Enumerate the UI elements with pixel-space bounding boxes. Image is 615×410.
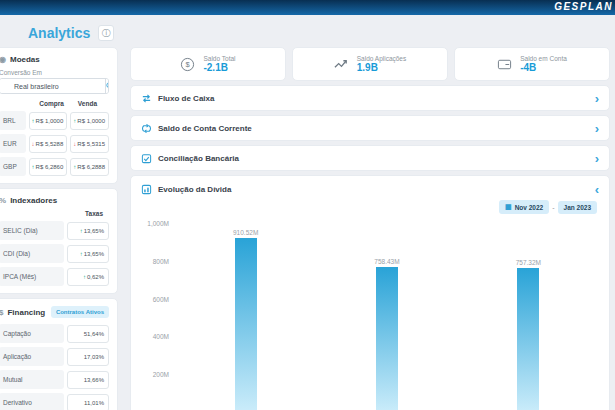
financing-label: Aplicação xyxy=(0,347,64,366)
table-row: GBP R$ 6,2860 R$ 6,2888 xyxy=(0,157,109,176)
dollar-circle-icon: $ xyxy=(180,57,195,72)
currency-code: EUR xyxy=(0,134,26,153)
currency-code: BRL xyxy=(0,111,26,130)
chevron-right-icon[interactable]: › xyxy=(595,152,599,165)
trend-arrow-icon xyxy=(80,251,83,257)
main-content: $ Saldo Total -2.1B Saldo Aplicações 1.9… xyxy=(130,47,610,410)
coin-icon: ◉ xyxy=(0,55,6,64)
trend-arrow-icon xyxy=(32,141,35,147)
card-value: 1.9B xyxy=(357,62,407,73)
table-row: SELIC (Dia) 13,65% xyxy=(0,221,109,240)
trend-arrow-icon xyxy=(73,141,76,147)
currency-table-header: Compra Venda xyxy=(0,100,97,107)
moedas-panel: ◉ Moedas Conversão Em Compra Venda BRL R… xyxy=(0,47,118,184)
financing-panel: $ Financing Contratos Ativos Captação 51… xyxy=(0,298,118,410)
financing-value: 13,66% xyxy=(67,371,109,389)
compra-value: R$ 1,0000 xyxy=(29,112,68,130)
card-label: Saldo Aplicações xyxy=(357,55,407,62)
table-row: Aplicação 17,03% xyxy=(0,347,109,366)
table-row: BRL R$ 1,0000 R$ 1,0000 xyxy=(0,111,109,130)
y-tick: 200M xyxy=(153,371,169,378)
index-value: 13,65% xyxy=(67,222,109,240)
conversion-input[interactable] xyxy=(0,79,105,93)
bar-nov-2022[interactable] xyxy=(235,238,257,410)
table-row: IPCA (Mês) 0,62% xyxy=(0,267,109,286)
trend-arrow-icon xyxy=(32,164,35,170)
trend-arrow-icon xyxy=(73,118,76,124)
bar-group-jan-2023: 757.32M JAN2023 xyxy=(498,220,558,410)
bar-jan-2023[interactable] xyxy=(517,268,539,410)
wallet-icon xyxy=(497,57,512,72)
card-label: Saldo em Conta xyxy=(520,55,567,62)
cash-flow-icon xyxy=(141,93,152,104)
bar-group-nov-2022: 910.52M NOV2022 xyxy=(216,220,276,410)
accordion-evolucao-da-divida[interactable]: Evolução da Dívida ‹ xyxy=(141,183,599,196)
financing-header: $ Financing xyxy=(0,308,45,317)
saldo-aplicacoes-card: Saldo Aplicações 1.9B xyxy=(292,47,448,81)
conversion-label: Conversão Em xyxy=(0,69,109,76)
y-tick: 1,000M xyxy=(147,220,169,227)
date-range-separator: - xyxy=(552,204,554,211)
col-taxas: Taxas xyxy=(0,210,103,217)
indexadores-header: % Indexadores xyxy=(0,196,109,205)
percent-icon: % xyxy=(0,196,6,205)
table-row: Derivativo 11,01% xyxy=(0,393,109,410)
plot-area: 910.52M NOV2022 758.43M DEZ2022 757.32M xyxy=(175,220,599,410)
card-value: -2.1B xyxy=(203,62,235,73)
end-date-button[interactable]: Jan 2023 xyxy=(558,201,597,214)
trend-arrow-icon xyxy=(73,164,76,170)
y-axis: 1,000M 800M 600M 400M 200M 0 xyxy=(141,220,175,410)
trend-arrow-icon xyxy=(32,118,35,124)
table-row: Mutual 13,66% xyxy=(0,370,109,389)
page-title: Analytics xyxy=(28,25,90,41)
financing-label: Mutual xyxy=(0,370,64,389)
index-value: 13,65% xyxy=(67,245,109,263)
sidebar: ◉ Moedas Conversão Em Compra Venda BRL R… xyxy=(0,47,118,410)
financing-value: 11,01% xyxy=(67,394,109,410)
bar-value-label: 910.52M xyxy=(233,229,258,236)
col-venda: Venda xyxy=(78,100,97,107)
financing-value: 17,03% xyxy=(67,348,109,366)
table-row: Captação 51,64% xyxy=(0,324,109,343)
search-icon[interactable] xyxy=(105,79,109,93)
bar-dez-2022[interactable] xyxy=(376,267,398,410)
start-date-button[interactable]: ▦ Nov 2022 xyxy=(499,200,549,214)
debt-evolution-chart: 1,000M 800M 600M 400M 200M 0 910.52M NOV… xyxy=(141,220,599,410)
accordion-fluxo-de-caixa[interactable]: Fluxo de Caixa › xyxy=(130,85,610,111)
index-label: CDI (Dia) xyxy=(0,244,64,263)
accordion-conciliacao-bancaria[interactable]: Conciliação Bancária › xyxy=(130,145,610,171)
dollar-icon: $ xyxy=(0,308,3,317)
indexadores-title: Indexadores xyxy=(10,196,57,205)
currency-code: GBP xyxy=(0,157,26,176)
accordion-saldo-conta-corrente[interactable]: Saldo de Conta Corrente › xyxy=(130,115,610,141)
index-label: IPCA (Mês) xyxy=(0,267,64,286)
compra-value: R$ 5,5288 xyxy=(29,135,68,153)
top-navbar: GESPLAN xyxy=(0,0,615,15)
card-value: -4B xyxy=(520,62,567,73)
index-label: SELIC (Dia) xyxy=(0,221,64,240)
sync-icon xyxy=(141,123,152,134)
saldo-em-conta-card: Saldo em Conta -4B xyxy=(454,47,610,81)
accordion-label: Conciliação Bancária xyxy=(158,154,589,163)
accordion-label: Saldo de Conta Corrente xyxy=(158,124,589,133)
chevron-right-icon[interactable]: › xyxy=(595,122,599,135)
col-compra: Compra xyxy=(39,100,64,107)
title-row: Analytics ⓘ xyxy=(0,15,615,47)
venda-value: R$ 5,5315 xyxy=(70,135,109,153)
info-icon[interactable]: ⓘ xyxy=(98,25,114,41)
debt-chart-icon xyxy=(141,184,152,195)
chevron-left-icon[interactable]: ‹ xyxy=(595,183,599,196)
date-range-filter: ▦ Nov 2022 - Jan 2023 xyxy=(141,200,597,214)
trend-arrow-icon xyxy=(83,274,86,280)
moedas-header: ◉ Moedas xyxy=(0,55,109,64)
accordion-label: Evolução da Dívida xyxy=(158,185,589,194)
venda-value: R$ 1,0000 xyxy=(70,112,109,130)
y-tick: 600M xyxy=(153,296,169,303)
indexadores-panel: % Indexadores Taxas SELIC (Dia) 13,65% C… xyxy=(0,188,118,294)
compra-value: R$ 6,2860 xyxy=(29,158,68,176)
chevron-right-icon[interactable]: › xyxy=(595,92,599,105)
saldo-total-card: $ Saldo Total -2.1B xyxy=(130,47,286,81)
reconciliation-icon xyxy=(141,153,152,164)
contratos-ativos-button[interactable]: Contratos Ativos xyxy=(51,306,109,318)
y-tick: 800M xyxy=(153,258,169,265)
